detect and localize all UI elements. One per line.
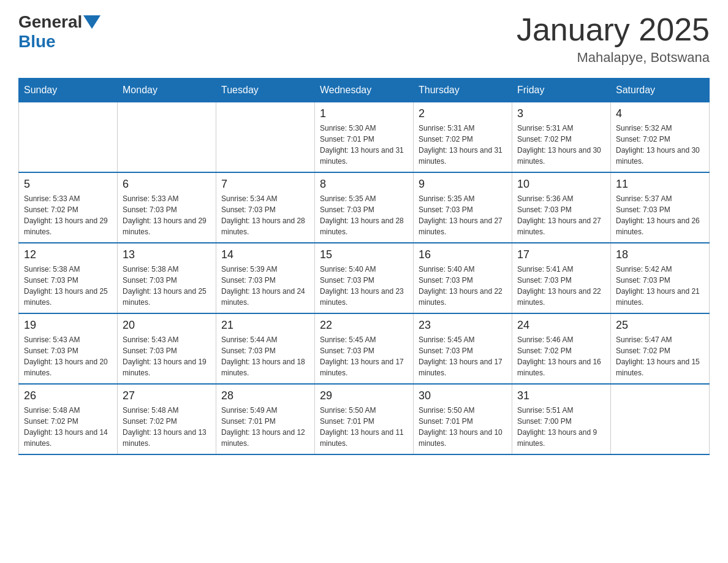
day-info: Sunrise: 5:35 AMSunset: 7:03 PMDaylight:… <box>320 193 408 237</box>
day-number: 3 <box>517 107 605 120</box>
day-number: 11 <box>616 178 704 191</box>
calendar-table: SundayMondayTuesdayWednesdayThursdayFrid… <box>18 78 710 455</box>
day-info: Sunrise: 5:46 AMSunset: 7:02 PMDaylight:… <box>517 334 605 378</box>
logo: General Blue <box>18 12 100 52</box>
day-number: 24 <box>517 319 605 332</box>
day-info: Sunrise: 5:38 AMSunset: 7:03 PMDaylight:… <box>24 264 112 308</box>
day-info: Sunrise: 5:32 AMSunset: 7:02 PMDaylight:… <box>616 123 704 167</box>
day-info: Sunrise: 5:48 AMSunset: 7:02 PMDaylight:… <box>24 405 112 449</box>
day-number: 2 <box>419 107 507 120</box>
calendar-cell: 11Sunrise: 5:37 AMSunset: 7:03 PMDayligh… <box>611 172 710 243</box>
calendar-cell: 31Sunrise: 5:51 AMSunset: 7:00 PMDayligh… <box>512 384 611 454</box>
day-header-thursday: Thursday <box>414 79 512 102</box>
day-header-wednesday: Wednesday <box>315 79 414 102</box>
calendar-cell: 7Sunrise: 5:34 AMSunset: 7:03 PMDaylight… <box>216 172 315 243</box>
day-info: Sunrise: 5:31 AMSunset: 7:02 PMDaylight:… <box>517 123 605 167</box>
calendar-cell: 10Sunrise: 5:36 AMSunset: 7:03 PMDayligh… <box>512 172 611 243</box>
calendar-cell: 18Sunrise: 5:42 AMSunset: 7:03 PMDayligh… <box>611 243 710 313</box>
day-info: Sunrise: 5:43 AMSunset: 7:03 PMDaylight:… <box>24 334 112 378</box>
logo-triangle-icon <box>83 15 100 29</box>
week-row-2: 5Sunrise: 5:33 AMSunset: 7:02 PMDaylight… <box>19 172 710 243</box>
day-number: 6 <box>123 178 211 191</box>
calendar-cell: 25Sunrise: 5:47 AMSunset: 7:02 PMDayligh… <box>611 313 710 384</box>
day-header-tuesday: Tuesday <box>216 79 315 102</box>
day-number: 16 <box>419 248 507 261</box>
day-number: 21 <box>221 319 309 332</box>
day-number: 13 <box>123 248 211 261</box>
calendar-cell: 9Sunrise: 5:35 AMSunset: 7:03 PMDaylight… <box>414 172 512 243</box>
day-number: 9 <box>419 178 507 191</box>
calendar-cell: 5Sunrise: 5:33 AMSunset: 7:02 PMDaylight… <box>19 172 118 243</box>
calendar-cell: 27Sunrise: 5:48 AMSunset: 7:02 PMDayligh… <box>118 384 216 454</box>
calendar-cell <box>19 102 118 173</box>
page-header: General Blue January 2025 Mahalapye, Bot… <box>18 12 710 66</box>
calendar-cell: 26Sunrise: 5:48 AMSunset: 7:02 PMDayligh… <box>19 384 118 454</box>
day-info: Sunrise: 5:49 AMSunset: 7:01 PMDaylight:… <box>221 405 309 449</box>
calendar-cell: 20Sunrise: 5:43 AMSunset: 7:03 PMDayligh… <box>118 313 216 384</box>
title-section: January 2025 Mahalapye, Botswana <box>517 12 710 66</box>
day-number: 10 <box>517 178 605 191</box>
day-number: 19 <box>24 319 112 332</box>
day-info: Sunrise: 5:44 AMSunset: 7:03 PMDaylight:… <box>221 334 309 378</box>
day-info: Sunrise: 5:33 AMSunset: 7:03 PMDaylight:… <box>123 193 211 237</box>
day-info: Sunrise: 5:45 AMSunset: 7:03 PMDaylight:… <box>419 334 507 378</box>
day-header-sunday: Sunday <box>19 79 118 102</box>
day-number: 17 <box>517 248 605 261</box>
day-info: Sunrise: 5:38 AMSunset: 7:03 PMDaylight:… <box>123 264 211 308</box>
calendar-title: January 2025 <box>517 12 710 47</box>
day-info: Sunrise: 5:50 AMSunset: 7:01 PMDaylight:… <box>419 405 507 449</box>
day-info: Sunrise: 5:30 AMSunset: 7:01 PMDaylight:… <box>320 123 408 167</box>
calendar-cell <box>216 102 315 173</box>
logo-blue-text: Blue <box>18 32 56 52</box>
week-row-5: 26Sunrise: 5:48 AMSunset: 7:02 PMDayligh… <box>19 384 710 454</box>
day-number: 25 <box>616 319 704 332</box>
day-number: 14 <box>221 248 309 261</box>
days-header-row: SundayMondayTuesdayWednesdayThursdayFrid… <box>19 79 710 102</box>
day-number: 8 <box>320 178 408 191</box>
day-info: Sunrise: 5:45 AMSunset: 7:03 PMDaylight:… <box>320 334 408 378</box>
day-number: 4 <box>616 107 704 120</box>
calendar-cell <box>611 384 710 454</box>
calendar-cell: 22Sunrise: 5:45 AMSunset: 7:03 PMDayligh… <box>315 313 414 384</box>
day-number: 18 <box>616 248 704 261</box>
logo-general-text: General <box>18 12 82 32</box>
week-row-4: 19Sunrise: 5:43 AMSunset: 7:03 PMDayligh… <box>19 313 710 384</box>
calendar-cell: 15Sunrise: 5:40 AMSunset: 7:03 PMDayligh… <box>315 243 414 313</box>
calendar-cell: 12Sunrise: 5:38 AMSunset: 7:03 PMDayligh… <box>19 243 118 313</box>
day-number: 5 <box>24 178 112 191</box>
calendar-cell: 23Sunrise: 5:45 AMSunset: 7:03 PMDayligh… <box>414 313 512 384</box>
calendar-cell: 13Sunrise: 5:38 AMSunset: 7:03 PMDayligh… <box>118 243 216 313</box>
day-info: Sunrise: 5:50 AMSunset: 7:01 PMDaylight:… <box>320 405 408 449</box>
calendar-cell: 4Sunrise: 5:32 AMSunset: 7:02 PMDaylight… <box>611 102 710 173</box>
calendar-cell: 6Sunrise: 5:33 AMSunset: 7:03 PMDaylight… <box>118 172 216 243</box>
calendar-cell: 2Sunrise: 5:31 AMSunset: 7:02 PMDaylight… <box>414 102 512 173</box>
calendar-cell: 16Sunrise: 5:40 AMSunset: 7:03 PMDayligh… <box>414 243 512 313</box>
calendar-cell: 19Sunrise: 5:43 AMSunset: 7:03 PMDayligh… <box>19 313 118 384</box>
calendar-cell: 8Sunrise: 5:35 AMSunset: 7:03 PMDaylight… <box>315 172 414 243</box>
calendar-cell: 28Sunrise: 5:49 AMSunset: 7:01 PMDayligh… <box>216 384 315 454</box>
week-row-1: 1Sunrise: 5:30 AMSunset: 7:01 PMDaylight… <box>19 102 710 173</box>
day-number: 26 <box>24 389 112 402</box>
day-number: 30 <box>419 389 507 402</box>
day-info: Sunrise: 5:51 AMSunset: 7:00 PMDaylight:… <box>517 405 605 449</box>
calendar-cell: 21Sunrise: 5:44 AMSunset: 7:03 PMDayligh… <box>216 313 315 384</box>
day-info: Sunrise: 5:43 AMSunset: 7:03 PMDaylight:… <box>123 334 211 378</box>
calendar-cell: 17Sunrise: 5:41 AMSunset: 7:03 PMDayligh… <box>512 243 611 313</box>
day-info: Sunrise: 5:47 AMSunset: 7:02 PMDaylight:… <box>616 334 704 378</box>
calendar-cell: 1Sunrise: 5:30 AMSunset: 7:01 PMDaylight… <box>315 102 414 173</box>
calendar-cell: 14Sunrise: 5:39 AMSunset: 7:03 PMDayligh… <box>216 243 315 313</box>
day-number: 15 <box>320 248 408 261</box>
day-info: Sunrise: 5:42 AMSunset: 7:03 PMDaylight:… <box>616 264 704 308</box>
calendar-cell: 24Sunrise: 5:46 AMSunset: 7:02 PMDayligh… <box>512 313 611 384</box>
day-number: 20 <box>123 319 211 332</box>
day-number: 23 <box>419 319 507 332</box>
day-info: Sunrise: 5:39 AMSunset: 7:03 PMDaylight:… <box>221 264 309 308</box>
calendar-subtitle: Mahalapye, Botswana <box>517 50 710 66</box>
calendar-cell: 30Sunrise: 5:50 AMSunset: 7:01 PMDayligh… <box>414 384 512 454</box>
day-info: Sunrise: 5:35 AMSunset: 7:03 PMDaylight:… <box>419 193 507 237</box>
day-header-friday: Friday <box>512 79 611 102</box>
day-number: 22 <box>320 319 408 332</box>
week-row-3: 12Sunrise: 5:38 AMSunset: 7:03 PMDayligh… <box>19 243 710 313</box>
calendar-cell: 29Sunrise: 5:50 AMSunset: 7:01 PMDayligh… <box>315 384 414 454</box>
day-info: Sunrise: 5:33 AMSunset: 7:02 PMDaylight:… <box>24 193 112 237</box>
